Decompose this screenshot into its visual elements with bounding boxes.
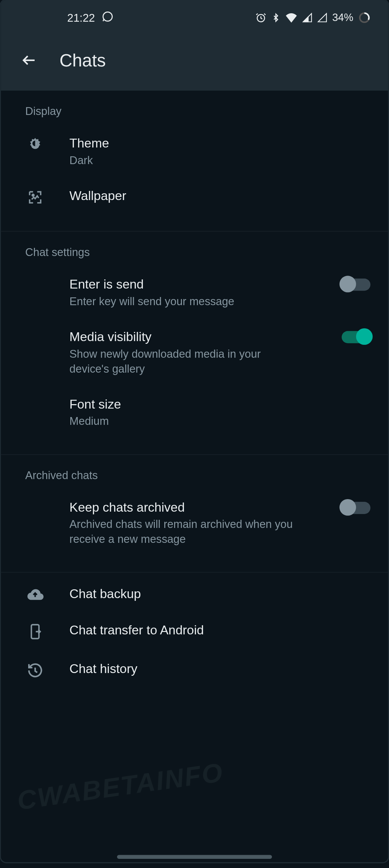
cloud-upload-icon [25, 586, 45, 602]
phone-transfer-icon [25, 623, 45, 641]
section-chat-settings: Chat settings Enter is send Enter key wi… [1, 232, 388, 455]
wallpaper-icon [25, 188, 45, 205]
section-other: Chat backup Chat transfer to Android Cha… [1, 573, 388, 704]
keep-archived-title: Keep chats archived [70, 499, 317, 516]
chat-history-title: Chat history [70, 661, 375, 678]
watermark: CWABETAINFO [15, 757, 225, 816]
history-icon [25, 661, 45, 679]
status-time: 21:22 [67, 11, 95, 24]
media-visibility-title: Media visibility [70, 329, 317, 345]
item-theme[interactable]: Theme Dark [1, 122, 388, 175]
bluetooth-icon [272, 12, 280, 23]
item-font-size[interactable]: Font size Medium [1, 383, 388, 435]
page-title: Chats [59, 50, 106, 71]
item-keep-archived[interactable]: Keep chats archived Archived chats will … [1, 486, 388, 554]
signal-icon [302, 13, 312, 22]
back-button[interactable] [21, 52, 37, 68]
item-chat-transfer[interactable]: Chat transfer to Android [1, 609, 388, 648]
chat-backup-title: Chat backup [70, 586, 375, 603]
enter-is-send-sub: Enter key will send your message [70, 294, 302, 309]
screen: 21:22 34% [1, 0, 388, 862]
battery-percent: 34% [332, 12, 353, 24]
section-archived: Archived chats Keep chats archived Archi… [1, 455, 388, 573]
section-header-chat-settings: Chat settings [1, 232, 388, 263]
item-enter-is-send[interactable]: Enter is send Enter key will send your m… [1, 263, 388, 316]
svg-point-0 [103, 12, 112, 21]
battery-circle-icon [358, 12, 370, 24]
svg-point-5 [32, 194, 34, 196]
keep-archived-sub: Archived chats will remain archived when… [70, 517, 302, 547]
enter-is-send-toggle[interactable] [342, 278, 371, 291]
wallpaper-title: Wallpaper [70, 188, 375, 204]
section-header-archived: Archived chats [1, 455, 388, 486]
item-media-visibility[interactable]: Media visibility Show newly downloaded m… [1, 315, 388, 383]
keep-archived-toggle[interactable] [342, 501, 371, 514]
font-size-title: Font size [70, 396, 375, 413]
chat-transfer-title: Chat transfer to Android [70, 623, 375, 639]
signal2-icon [317, 13, 327, 22]
wifi-icon [285, 13, 297, 22]
media-visibility-sub: Show newly downloaded media in your devi… [70, 346, 302, 376]
enter-is-send-title: Enter is send [70, 276, 317, 293]
item-chat-backup[interactable]: Chat backup [1, 573, 388, 609]
item-chat-history[interactable]: Chat history [1, 648, 388, 686]
theme-title: Theme [70, 135, 375, 152]
font-size-value: Medium [70, 414, 302, 429]
alarm-icon [255, 12, 266, 23]
brightness-icon [25, 135, 45, 153]
section-display: Display Theme Dark Wallpaper [1, 91, 388, 231]
media-visibility-toggle[interactable] [342, 331, 371, 343]
status-bar: 21:22 34% [1, 0, 388, 30]
nav-handle[interactable] [117, 855, 272, 859]
theme-value: Dark [70, 153, 302, 168]
app-bar: Chats [1, 30, 388, 91]
item-wallpaper[interactable]: Wallpaper [1, 175, 388, 212]
whatsapp-status-icon [101, 10, 114, 25]
section-header-display: Display [1, 91, 388, 122]
